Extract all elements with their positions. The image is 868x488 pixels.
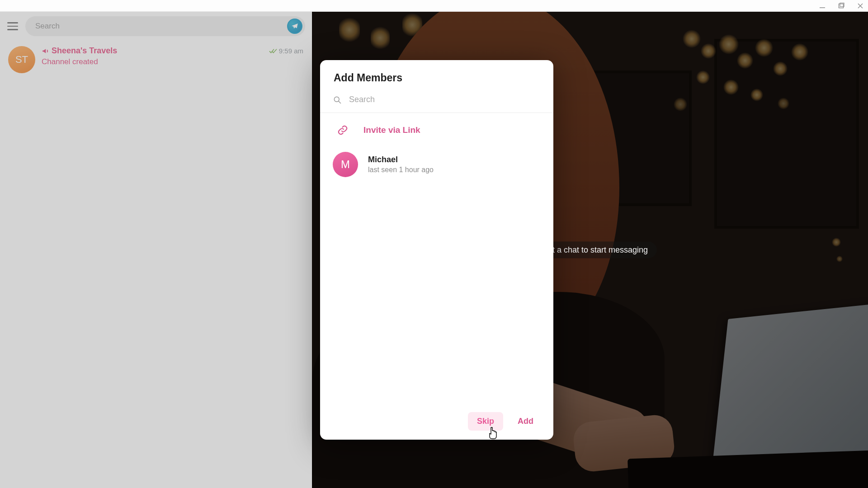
link-icon — [334, 121, 352, 139]
contact-avatar: M — [333, 152, 358, 177]
dialog-search-input[interactable] — [349, 95, 541, 104]
megaphone-icon — [42, 47, 49, 55]
dialog-title: Add Members — [320, 60, 553, 92]
dialog-list: Invite via Link M Michael last seen 1 ho… — [320, 113, 553, 406]
window-titlebar — [0, 0, 868, 12]
search-wrap — [25, 16, 305, 36]
chat-subtitle: Channel created — [42, 57, 303, 66]
invite-via-link-label: Invite via Link — [363, 125, 420, 135]
menu-button[interactable] — [6, 20, 19, 33]
chat-item[interactable]: ST Sheena's Travels 9:59 am Channel crea… — [0, 41, 311, 79]
dialog-footer: Skip Add — [320, 406, 553, 440]
search-icon — [333, 95, 342, 104]
dialog-search-row — [320, 92, 553, 113]
sidebar-header — [0, 12, 311, 41]
skip-button[interactable]: Skip — [468, 412, 503, 431]
sidebar: ST Sheena's Travels 9:59 am Channel crea… — [0, 12, 312, 488]
svg-line-6 — [339, 101, 341, 103]
contact-name: Michael — [368, 155, 434, 164]
dim-overlay — [0, 12, 311, 488]
search-input[interactable] — [25, 16, 305, 36]
chat-time: 9:59 am — [279, 47, 303, 55]
invite-via-link-row[interactable]: Invite via Link — [320, 113, 553, 147]
close-button[interactable] — [857, 3, 863, 9]
svg-rect-1 — [839, 4, 844, 8]
contact-status: last seen 1 hour ago — [368, 166, 434, 174]
chat-name: Sheena's Travels — [52, 46, 117, 56]
double-check-icon — [269, 47, 277, 55]
maximize-button[interactable] — [838, 3, 844, 9]
add-button[interactable]: Add — [509, 412, 542, 431]
contact-row[interactable]: M Michael last seen 1 hour ago — [320, 147, 553, 182]
minimize-button[interactable] — [819, 3, 826, 9]
telegram-icon — [287, 19, 302, 34]
add-members-dialog: Add Members Invite via Link M Michael la… — [320, 60, 553, 440]
chat-avatar: ST — [8, 46, 35, 73]
